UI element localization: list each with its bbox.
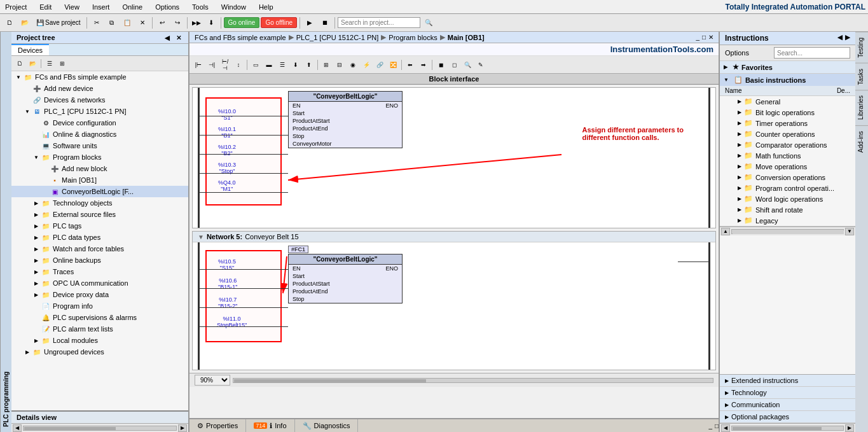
undo-button[interactable]: ↩ <box>155 16 169 30</box>
extended-instructions-section[interactable]: ▶ Extended instructions <box>720 375 855 387</box>
cut-button[interactable]: ✂ <box>90 16 104 30</box>
inst-item-legacy[interactable]: ▶ 📁 Legacy <box>720 215 855 226</box>
menu-project[interactable]: Project <box>3 2 29 12</box>
right-tab-libraries[interactable]: Libraries <box>855 90 868 125</box>
ed-btn-3[interactable]: ⊢/⊣ <box>219 59 231 71</box>
right-tab-add-ins[interactable]: Add-ins <box>855 125 868 158</box>
menu-online[interactable]: Online <box>120 2 145 12</box>
paste-button[interactable]: 📋 <box>120 16 134 30</box>
tree-item-traces[interactable]: ▶ 📁 Traces <box>11 266 188 277</box>
inst-collapse-btn[interactable]: ◀ <box>837 34 843 43</box>
tree-new-btn[interactable]: 🗋 <box>14 58 25 69</box>
tree-open-btn[interactable]: 📂 <box>27 58 38 69</box>
instructions-search-input[interactable] <box>774 47 850 59</box>
ed-btn-13[interactable]: ⚡ <box>360 59 373 71</box>
tree-item-conveyor-fb[interactable]: ▣ ConveyorBeltLogic [F... <box>11 186 188 197</box>
breadcrumb-part-1[interactable]: PLC_1 [CPU 1512C-1 PN] <box>296 34 379 41</box>
ed-btn-8[interactable]: ⬇ <box>289 59 302 71</box>
tree-item-ungrouped[interactable]: ▶ 📁 Ungrouped devices <box>11 346 188 358</box>
inst-scroll-up[interactable]: ▲ <box>721 228 730 235</box>
devices-tab[interactable]: Devices <box>11 44 49 55</box>
breadcrumb-part-2[interactable]: Program blocks <box>389 34 437 41</box>
tree-scroll-right[interactable]: ▶ <box>178 424 187 432</box>
search-button[interactable]: 🔍 <box>422 16 436 30</box>
tree-arrow-local-modules[interactable]: ▶ <box>32 338 41 344</box>
ed-btn-18[interactable]: ◼ <box>434 59 447 71</box>
global-search-input[interactable] <box>338 17 420 28</box>
ed-btn-19[interactable]: ◻ <box>448 59 460 71</box>
breadcrumb-part-3[interactable]: Main [OB1] <box>448 34 485 41</box>
tree-toggle-btn[interactable]: ☰ <box>44 58 55 69</box>
ed-btn-9[interactable]: ⬆ <box>303 59 315 71</box>
tree-item-software-units[interactable]: 💻 Software units <box>11 140 188 151</box>
instructions-h-scrollbar[interactable]: ◀ ▶ <box>720 423 855 432</box>
tree-item-plc-supervisory[interactable]: 🔔 PLC supervisions & alarms <box>11 312 188 323</box>
info-tab-diagnostics[interactable]: 🔧 Diagnostics <box>295 419 359 432</box>
go-offline-button[interactable]: Go offline <box>261 17 297 28</box>
inst-scroll-track[interactable] <box>731 229 844 234</box>
project-tree-close-btn[interactable]: ✕ <box>174 34 183 41</box>
compile-button[interactable]: ▶▶ <box>190 16 203 30</box>
inst-item-timer-ops[interactable]: ▶ 📁 Timer operations <box>720 118 855 129</box>
menu-insert[interactable]: Insert <box>90 2 113 12</box>
menu-tools[interactable]: Tools <box>189 2 211 12</box>
ed-btn-1[interactable]: |⊢ <box>192 59 205 71</box>
tree-item-plc-tags[interactable]: ▶ 📁 PLC tags <box>11 220 188 232</box>
ed-btn-17[interactable]: ➡ <box>417 59 430 71</box>
tree-item-add-block[interactable]: ➕ Add new block <box>11 163 188 174</box>
tree-item-plc-alarm-texts[interactable]: 📝 PLC alarm text lists <box>11 323 188 335</box>
inst-item-word-logic[interactable]: ▶ 📁 Word logic operations <box>720 193 855 204</box>
tree-item-ext-sources[interactable]: ▶ 📁 External source files <box>11 209 188 220</box>
tree-item-opc-ua[interactable]: ▶ 📁 OPC UA communication <box>11 277 188 289</box>
tree-arrow-plc-data-types[interactable]: ▶ <box>32 235 41 240</box>
optional-packages-section[interactable]: ▶ Optional packages <box>720 411 855 423</box>
start-simulation-button[interactable]: ▶ <box>303 16 317 30</box>
ed-btn-6[interactable]: ▬ <box>263 59 275 71</box>
tree-arrow-plc-tags[interactable]: ▶ <box>32 223 41 229</box>
basic-section-header[interactable]: ▼ 📋 Basic instructions <box>720 74 855 86</box>
tree-item-main-ob1[interactable]: ▪ Main [OB1] <box>11 174 188 186</box>
copy-button[interactable]: ⧉ <box>105 16 119 30</box>
inst-item-math[interactable]: ▶ 📁 Math functions <box>720 150 855 161</box>
ed-btn-2[interactable]: ⊣| <box>205 59 218 71</box>
inst-expand-btn[interactable]: ▶ <box>845 34 850 43</box>
tree-arrow-plc1[interactable]: ▼ <box>23 109 32 115</box>
tree-item-devices-networks[interactable]: 🔗 Devices & networks <box>11 94 188 106</box>
inst-item-general[interactable]: ▶ 📁 General <box>720 96 855 107</box>
tree-arrow-program-blocks[interactable]: ▼ <box>32 155 41 160</box>
project-tree-collapse-btn[interactable]: ◀ <box>163 34 172 41</box>
menu-options[interactable]: Options <box>153 2 182 12</box>
new-button[interactable]: 🗋 <box>3 16 17 30</box>
inst-item-comparator[interactable]: ▶ 📁 Comparator operations <box>720 139 855 150</box>
tree-arrow-online-backups[interactable]: ▶ <box>32 258 41 263</box>
favorites-section-header[interactable]: ▶ ★ Favorites <box>720 61 855 73</box>
tree-item-online-diag[interactable]: 📊 Online & diagnostics <box>11 129 188 140</box>
instructions-scroll-area[interactable]: ▶ ★ Favorites ▼ 📋 Basic instructions Nam… <box>720 61 855 374</box>
right-tab-testing[interactable]: Testing <box>855 32 868 63</box>
inst-item-counter-ops[interactable]: ▶ 📁 Counter operations <box>720 129 855 139</box>
tree-item-local-modules[interactable]: ▶ 📁 Local modules <box>11 335 188 346</box>
ed-btn-10[interactable]: ⊞ <box>320 59 333 71</box>
ed-btn-5[interactable]: ▭ <box>249 59 262 71</box>
menu-view[interactable]: View <box>62 2 82 12</box>
tree-arrow-project[interactable]: ▼ <box>14 74 23 80</box>
tree-arrow-traces[interactable]: ▶ <box>32 269 41 275</box>
tree-item-tech-objects[interactable]: ▶ 📁 Technology objects <box>11 197 188 209</box>
inst-item-shift-rotate[interactable]: ▶ 📁 Shift and rotate <box>720 204 855 215</box>
ladder-area[interactable]: "ConveyorBeltLogic" EN ENO Start Product… <box>189 85 719 418</box>
delete-button[interactable]: ✕ <box>135 16 149 30</box>
menu-edit[interactable]: Edit <box>37 2 54 12</box>
tree-item-plc-data-types[interactable]: ▶ 📁 PLC data types <box>11 232 188 243</box>
tree-scroll-left[interactable]: ◀ <box>13 424 22 432</box>
inst-scroll-down[interactable]: ▼ <box>845 228 854 235</box>
tree-item-program-info[interactable]: 📄 Program info <box>11 300 188 312</box>
inst-scroll-right[interactable]: ▶ <box>845 424 854 432</box>
breadcrumb-part-0[interactable]: FCs and FBs simple example <box>195 34 286 41</box>
inst-item-conversion[interactable]: ▶ 📁 Conversion operations <box>720 172 855 183</box>
save-button[interactable]: 💾 Save project <box>33 16 84 30</box>
inst-h-scroll-track[interactable] <box>731 426 844 431</box>
instructions-scrollbar[interactable]: ▲ ▼ <box>720 226 855 235</box>
tree-item-device-proxy[interactable]: ▶ 📁 Device proxy data <box>11 289 188 300</box>
tree-item-watch-force[interactable]: ▶ 📁 Watch and force tables <box>11 243 188 254</box>
tree-item-plc1[interactable]: ▼ 🖥 PLC_1 [CPU 1512C-1 PN] <box>11 106 188 117</box>
